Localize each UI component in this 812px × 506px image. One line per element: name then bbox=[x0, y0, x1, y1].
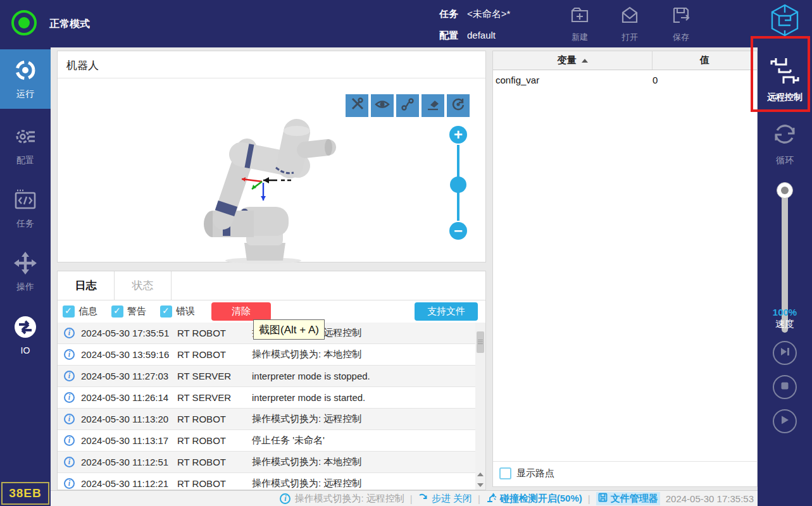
log-row[interactable]: i 2024-05-30 11:13:17 RT ROBOT 停止任务 '未命名… bbox=[58, 430, 477, 452]
normal-mode-indicator-icon bbox=[11, 10, 37, 35]
config-info: 配置default bbox=[439, 30, 496, 42]
variable-column-label: 变量 bbox=[558, 54, 577, 66]
chevron-up-icon bbox=[477, 472, 484, 476]
open-task-label: 打开 bbox=[621, 32, 638, 43]
remote-control-icon bbox=[770, 57, 799, 87]
loop-button[interactable]: 循环 bbox=[758, 120, 812, 166]
zoom-in-button[interactable]: + bbox=[449, 126, 467, 144]
task-info: 任务<未命名>* bbox=[439, 8, 510, 20]
open-file-icon bbox=[620, 5, 640, 28]
log-time: 2024-05-30 11:13:20 bbox=[81, 414, 177, 424]
log-message: 操作模式切换为: 本地控制 bbox=[252, 456, 477, 468]
step-mode-status[interactable]: 步进 关闭 bbox=[418, 493, 472, 505]
robot-view-button[interactable] bbox=[371, 94, 394, 117]
config-value: default bbox=[467, 30, 496, 40]
save-task-button[interactable]: 保存 bbox=[661, 5, 701, 43]
scroll-down-button[interactable] bbox=[475, 480, 485, 490]
log-source: RT ROBOT bbox=[177, 414, 252, 424]
robot-3d-view[interactable] bbox=[181, 107, 339, 265]
log-row[interactable]: i 2024-05-30 11:13:20 RT ROBOT 操作模式切换为: … bbox=[58, 409, 477, 430]
io-icon bbox=[13, 315, 37, 342]
column-header-value[interactable]: 值 bbox=[653, 51, 757, 70]
show-waypoints-row: 显示路点 bbox=[499, 467, 568, 479]
speed-percent: 100% bbox=[758, 307, 812, 318]
brand-logo-icon bbox=[770, 4, 800, 38]
log-source: RT SERVER bbox=[177, 392, 252, 403]
log-row[interactable]: i 2024-05-30 11:27:03 RT SERVER interpre… bbox=[58, 366, 477, 387]
skip-next-icon bbox=[778, 345, 791, 361]
divider: | bbox=[410, 493, 413, 504]
right-sidebar: 远程控制 循环 100% 速度 bbox=[758, 39, 812, 506]
step-mode-text: 步进 关闭 bbox=[432, 493, 472, 505]
sidebar-item-run-label: 运行 bbox=[16, 89, 34, 100]
eye-icon bbox=[375, 97, 390, 114]
tab-log[interactable]: 日志 bbox=[58, 271, 115, 300]
sidebar-item-jog[interactable]: 操作 bbox=[0, 242, 51, 302]
file-manager-button[interactable]: 文件管理器 bbox=[596, 492, 660, 505]
play-button[interactable] bbox=[773, 409, 797, 433]
stop-button[interactable] bbox=[773, 375, 797, 399]
log-row[interactable]: i 2024-05-30 13:59:16 RT ROBOT 操作模式切换为: … bbox=[58, 344, 477, 366]
log-row[interactable]: i 2024-05-30 11:12:21 RT ROBOT 操作模式切换为: … bbox=[58, 473, 477, 490]
support-files-button[interactable]: 支持文件 bbox=[415, 302, 478, 321]
new-task-button[interactable]: 新建 bbox=[559, 5, 600, 43]
info-icon: i bbox=[64, 414, 75, 424]
open-task-button[interactable]: 打开 bbox=[609, 5, 650, 43]
sidebar-item-run[interactable]: 运行 bbox=[0, 49, 51, 109]
log-time: 2024-05-30 11:26:14 bbox=[81, 392, 177, 403]
robot-panel-title: 机器人 bbox=[66, 58, 99, 73]
step-next-button[interactable] bbox=[773, 341, 797, 365]
show-waypoints-label: 显示路点 bbox=[516, 467, 554, 479]
loop-icon bbox=[771, 120, 799, 151]
log-scrollbar[interactable] bbox=[475, 323, 485, 490]
log-row[interactable]: i 2024-05-30 11:12:51 RT ROBOT 操作模式切换为: … bbox=[58, 452, 477, 473]
filter-warning-checkbox[interactable] bbox=[111, 305, 123, 318]
sidebar-item-config[interactable]: 配置 bbox=[0, 116, 51, 175]
sidebar-item-task[interactable]: 任务 bbox=[0, 179, 51, 238]
zoom-slider-handle[interactable] bbox=[450, 176, 466, 193]
scrollbar-thumb[interactable] bbox=[477, 331, 484, 353]
log-message: interpreter mode is started. bbox=[252, 392, 477, 403]
speed-label: 速度 bbox=[758, 318, 812, 330]
log-message: 操作模式切换为: 本地控制 bbox=[252, 349, 477, 361]
variables-table-header: 变量 值 bbox=[493, 51, 757, 70]
log-source: RT ROBOT bbox=[177, 435, 252, 446]
scroll-up-button[interactable] bbox=[475, 469, 485, 479]
robot-erase-button[interactable] bbox=[422, 94, 444, 117]
sidebar-item-config-label: 配置 bbox=[16, 155, 34, 166]
info-icon: i bbox=[64, 349, 75, 360]
value-column-label: 值 bbox=[700, 54, 709, 66]
status-badge[interactable]: 38EB bbox=[1, 482, 49, 505]
sidebar-item-task-label: 任务 bbox=[16, 218, 34, 230]
tab-status[interactable]: 状态 bbox=[115, 271, 172, 300]
robot-3d-panel: 机器人 bbox=[57, 51, 486, 262]
filter-error-checkbox[interactable] bbox=[160, 305, 172, 318]
divider bbox=[58, 78, 485, 78]
robot-rotate-button[interactable] bbox=[447, 94, 470, 117]
filter-info-checkbox[interactable] bbox=[63, 305, 75, 318]
column-header-variable[interactable]: 变量 bbox=[493, 51, 653, 70]
zoom-out-button[interactable]: − bbox=[449, 222, 467, 240]
variables-panel: 变量 值 config_var 0 显示路点 bbox=[492, 51, 758, 487]
robot-tools-button[interactable] bbox=[346, 94, 368, 117]
log-time: 2024-05-30 11:12:51 bbox=[81, 457, 177, 467]
show-waypoints-checkbox[interactable] bbox=[499, 467, 511, 479]
remote-control-button[interactable]: 远程控制 bbox=[758, 57, 812, 103]
clear-log-button[interactable]: 清除 bbox=[211, 302, 271, 321]
status-bar: i 操作模式切换为: 远程控制 | 步进 关闭 | 碰撞检测开启(50%) | … bbox=[51, 490, 758, 506]
filter-warning-label: 警告 bbox=[127, 305, 146, 318]
collision-status[interactable]: 碰撞检测开启(50%) bbox=[486, 493, 582, 505]
log-time: 2024-05-30 17:35:51 bbox=[81, 328, 177, 338]
table-row[interactable]: config_var 0 bbox=[493, 70, 757, 89]
file-manager-icon bbox=[598, 493, 608, 504]
file-manager-text: 文件管理器 bbox=[611, 493, 658, 505]
sort-ascending-icon bbox=[582, 59, 588, 63]
new-file-icon bbox=[570, 5, 590, 28]
sidebar-item-io[interactable]: IO bbox=[0, 305, 51, 365]
log-row[interactable]: i 2024-05-30 11:26:14 RT SERVER interpre… bbox=[58, 387, 477, 409]
speed-slider-handle[interactable] bbox=[777, 182, 793, 199]
tools-icon bbox=[349, 97, 365, 114]
robot-path-button[interactable] bbox=[396, 94, 419, 117]
log-source: RT ROBOT bbox=[177, 328, 252, 338]
divider: | bbox=[588, 493, 590, 504]
